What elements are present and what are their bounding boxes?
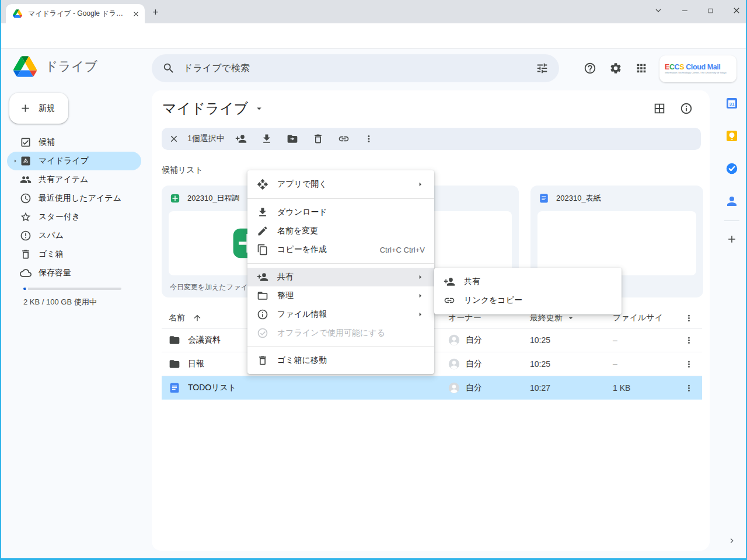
trash-icon[interactable] bbox=[312, 133, 324, 145]
expand-caret-icon[interactable] bbox=[12, 158, 20, 164]
menu-item-move-to-trash[interactable]: ゴミ箱に移動 bbox=[247, 351, 434, 370]
shortcut-label: Ctrl+C Ctrl+V bbox=[380, 246, 425, 254]
row-more-icon[interactable] bbox=[684, 359, 694, 369]
info-panel-icon[interactable] bbox=[680, 102, 693, 115]
grid-view-icon[interactable] bbox=[653, 102, 666, 115]
account-badge[interactable]: ECCS Cloud Mail Information Technology C… bbox=[659, 55, 736, 82]
menu-item-share[interactable]: 共有 bbox=[247, 268, 434, 286]
new-button[interactable]: 新規 bbox=[9, 93, 68, 124]
account-badge-title: ECCS Cloud Mail bbox=[665, 63, 747, 71]
selection-toolbar: 1個選択中 bbox=[162, 128, 701, 150]
trash-icon bbox=[20, 249, 32, 260]
row-more-icon[interactable] bbox=[684, 383, 694, 393]
owner-avatar bbox=[448, 334, 460, 346]
window-close-button[interactable] bbox=[732, 6, 741, 15]
maximize-button[interactable] bbox=[707, 7, 714, 15]
clear-selection-icon[interactable] bbox=[169, 134, 179, 144]
column-header-size[interactable]: ファイルサイ bbox=[613, 313, 676, 323]
menu-item-open-with[interactable]: アプリで開く bbox=[247, 174, 434, 194]
docs-icon bbox=[169, 382, 180, 394]
plus-icon bbox=[19, 102, 32, 114]
page-title[interactable]: マイドライブ bbox=[162, 99, 248, 118]
chevron-right-icon[interactable] bbox=[727, 536, 736, 545]
submenu-item-copy-link[interactable]: リンクをコピー bbox=[434, 291, 622, 310]
search-options-icon[interactable] bbox=[536, 62, 549, 75]
table-row-selected[interactable]: TODOリスト 自分 10:27 1 KB bbox=[162, 376, 702, 400]
sheets-icon bbox=[170, 193, 180, 204]
browser-window: マイドライブ - Google ドライブ drive.google.com/dr… bbox=[0, 0, 747, 560]
menu-item-download[interactable]: ダウンロード bbox=[247, 203, 434, 222]
context-menu: アプリで開く ダウンロード 名前を変更 コピーを作成 Ctrl+C Ctrl+V bbox=[247, 170, 434, 374]
sort-ascending-icon[interactable] bbox=[193, 313, 202, 323]
submenu-item-share[interactable]: 共有 bbox=[434, 272, 622, 291]
sidebar-item-starred[interactable]: スター付き bbox=[7, 208, 141, 226]
menu-item-make-offline: オフラインで使用可能にする bbox=[247, 324, 434, 342]
sidebar-item-my-drive[interactable]: マイドライブ bbox=[7, 152, 141, 170]
sort-caret-icon[interactable] bbox=[566, 313, 575, 323]
contacts-icon[interactable] bbox=[725, 194, 739, 208]
tasks-icon[interactable] bbox=[725, 162, 739, 176]
browser-tab-strip: マイドライブ - Google ドライブ bbox=[0, 0, 747, 23]
browser-address-bar: drive.google.com/drive/my-drive U bbox=[0, 23, 747, 49]
new-tab-button[interactable] bbox=[151, 7, 160, 16]
window-chevron-icon[interactable] bbox=[654, 6, 663, 15]
apps-grid-icon[interactable] bbox=[635, 62, 648, 75]
drive-logo-icon bbox=[13, 56, 37, 77]
suggestions-heading: 候補リスト bbox=[162, 165, 203, 176]
menu-item-rename[interactable]: 名前を変更 bbox=[247, 222, 434, 240]
title-dropdown-icon[interactable] bbox=[254, 103, 264, 114]
side-panel-divider bbox=[724, 220, 739, 221]
menu-item-make-copy[interactable]: コピーを作成 Ctrl+C Ctrl+V bbox=[247, 240, 434, 259]
drive-brand: ドライブ bbox=[13, 56, 97, 77]
tab-close-icon[interactable] bbox=[132, 10, 140, 18]
trash-icon bbox=[257, 355, 268, 366]
share-person-add-icon[interactable] bbox=[235, 133, 247, 145]
sidebar-item-storage[interactable]: 保存容量 bbox=[7, 264, 141, 282]
folder-icon bbox=[169, 334, 180, 346]
approval-icon bbox=[20, 136, 32, 148]
add-addon-plus-icon[interactable] bbox=[726, 233, 738, 245]
drive-search-input[interactable]: ドライブで検索 bbox=[152, 54, 559, 82]
browser-tab[interactable]: マイドライブ - Google ドライブ bbox=[6, 4, 145, 23]
sidebar-item-shared[interactable]: 共有アイテム bbox=[7, 170, 141, 189]
offline-icon bbox=[257, 327, 268, 339]
sidebar-item-trash[interactable]: ゴミ箱 bbox=[7, 245, 141, 264]
storage-progress-bar bbox=[23, 288, 121, 290]
star-icon bbox=[20, 211, 32, 223]
search-placeholder: ドライブで検索 bbox=[183, 62, 250, 75]
rename-icon bbox=[257, 225, 268, 237]
submenu-arrow-icon bbox=[416, 310, 425, 319]
column-header-name[interactable]: 名前 bbox=[169, 313, 185, 323]
drive-logo-text: ドライブ bbox=[45, 58, 97, 75]
folder-icon bbox=[169, 358, 180, 370]
link-icon bbox=[444, 295, 455, 306]
row-more-icon[interactable] bbox=[684, 335, 694, 345]
submenu-arrow-icon bbox=[416, 291, 425, 300]
calendar-icon[interactable] bbox=[725, 96, 739, 110]
help-icon[interactable] bbox=[584, 62, 596, 75]
folder-icon bbox=[257, 290, 268, 302]
search-icon bbox=[162, 62, 175, 75]
file-preview bbox=[537, 211, 696, 275]
download-icon[interactable] bbox=[261, 133, 273, 145]
sidebar-item-suggested[interactable]: 候補 bbox=[7, 133, 141, 152]
sidebar-item-recent[interactable]: 最近使用したアイテム bbox=[7, 189, 141, 208]
share-submenu: 共有 リンクをコピー bbox=[434, 268, 622, 314]
selection-count: 1個選択中 bbox=[187, 134, 225, 144]
submenu-arrow-icon bbox=[416, 272, 425, 282]
sidebar-item-spam[interactable]: スパム bbox=[7, 226, 141, 245]
menu-item-organize[interactable]: 整理 bbox=[247, 286, 434, 305]
open-with-icon bbox=[257, 178, 268, 190]
storage-usage-text: 2 KB / 100 GB 使用中 bbox=[23, 297, 97, 307]
settings-gear-icon[interactable] bbox=[609, 62, 622, 75]
minimize-button[interactable] bbox=[680, 6, 689, 15]
person-add-icon bbox=[257, 271, 268, 283]
keep-icon[interactable] bbox=[725, 129, 739, 143]
column-settings-icon[interactable] bbox=[684, 313, 694, 323]
move-to-folder-icon[interactable] bbox=[287, 133, 298, 145]
copy-link-icon[interactable] bbox=[338, 133, 350, 145]
more-actions-icon[interactable] bbox=[364, 134, 374, 144]
account-badge-subtitle: Information Technology Center, The Unive… bbox=[665, 71, 727, 74]
companion-side-panel bbox=[718, 49, 746, 558]
menu-item-file-info[interactable]: ファイル情報 bbox=[247, 305, 434, 324]
